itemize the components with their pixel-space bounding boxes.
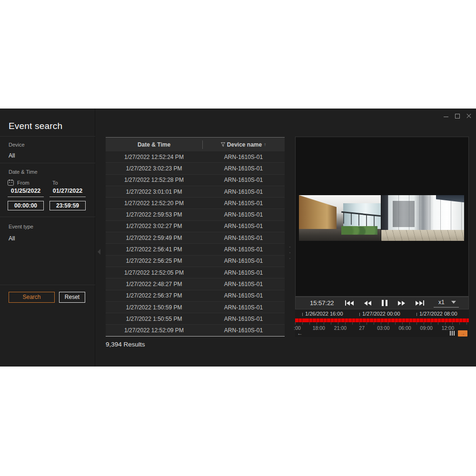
page-title: Event search [9,121,62,131]
current-time: 15:57:22 [310,299,342,307]
table-row[interactable]: 1/27/2022 2:59:49 PM ARN-1610S-01 [106,232,285,244]
reset-button[interactable]: Reset [59,292,85,303]
cell-device: ARN-1610S-01 [202,258,285,264]
table-row[interactable]: 1/27/2022 2:48:27 PM ARN-1610S-01 [106,278,285,290]
cell-datetime: 1/27/2022 3:02:27 PM [106,223,202,229]
column-header-device[interactable]: Device name ↑ [202,141,285,148]
table-row[interactable]: 1/27/2022 12:52:28 PM ARN-1610S-01 [106,175,285,186]
camera-grid [299,195,465,241]
table-row[interactable]: 1/27/2022 12:52:20 PM ARN-1610S-01 [106,198,285,209]
minimize-icon[interactable] [443,113,449,119]
table-row[interactable]: 1/27/2022 3:02:27 PM ARN-1610S-01 [106,221,285,232]
table-header: Date & Time Device name ↑ [106,137,285,151]
cell-device: ARN-1610S-01 [202,246,285,253]
cell-device: ARN-1610S-01 [202,269,285,276]
from-time-field[interactable]: 00:00:00 [8,201,44,210]
event-type-value[interactable]: All [9,235,15,242]
filter-funnel-icon[interactable] [221,142,225,147]
cell-datetime: 1/27/2022 2:56:41 PM [106,246,202,253]
maximize-icon[interactable] [454,113,461,119]
column-divider [202,140,203,149]
playback-panel: 15:57:22 x1 1/26/2022 16:00 [295,137,469,337]
timeline-recording-bar[interactable] [295,318,469,322]
timeline-date-label: 1/26/2022 16:00 [302,311,343,317]
table-row[interactable]: 1/27/2022 1:50:55 PM ARN-1610S-01 [106,313,285,325]
speed-selector[interactable]: x1 [434,299,459,307]
from-label: From [17,180,30,186]
table-row[interactable]: 1/27/2022 12:52:05 PM ARN-1610S-01 [106,267,285,278]
event-type-label: Event type [9,224,33,229]
table-row[interactable]: 1/27/2022 12:52:24 PM ARN-1610S-01 [106,151,285,163]
table-row[interactable]: 1/27/2022 1:50:59 PM ARN-1610S-01 [106,302,285,313]
sidebar-collapse-handle[interactable] [97,248,101,256]
timeline-footer: ← → [295,329,469,337]
cell-device: ARN-1610S-01 [202,211,285,218]
filter-actions: Search Reset [9,292,85,303]
rewind-icon[interactable] [364,300,371,307]
playback-controls: 15:57:22 x1 [295,297,469,309]
page: Event search Device All Date & Time From… [0,0,476,476]
column-header-device-label: Device name [227,141,262,148]
table-row[interactable]: 1/27/2022 3:02:23 PM ARN-1610S-01 [106,163,285,174]
cell-datetime: 1/27/2022 1:50:55 PM [106,316,202,322]
playback-buttons [345,300,424,307]
divider [0,163,95,163]
from-date-field[interactable]: 01/25/2022 [8,188,44,197]
cell-datetime: 1/27/2022 2:59:49 PM [106,235,202,241]
timeline-date-row: 1/26/2022 16:00 1/27/2022 00:00 1/27/202… [295,309,469,318]
table-row[interactable]: 1/27/2022 2:56:41 PM ARN-1610S-01 [106,244,285,255]
datetime-label: Date & Time [9,169,38,175]
results-table: Date & Time Device name ↑ 1/27/2022 12:5… [106,137,285,337]
camera-feed-storefront[interactable] [381,195,464,241]
fast-forward-icon[interactable] [398,300,405,307]
to-time-field[interactable]: 23:59:59 [50,201,86,210]
cell-datetime: 1/27/2022 2:48:27 PM [106,281,202,288]
filter-sidebar: Event search Device All Date & Time From… [0,109,95,367]
result-count: 9,394 Results [106,341,145,348]
cell-device: ARN-1610S-01 [202,281,285,288]
timeline-date-label: 1/27/2022 08:00 [416,311,457,317]
results-table-body: 1/27/2022 12:52:24 PM ARN-1610S-01 1/27/… [106,151,285,337]
scroll-left-icon[interactable]: ← [297,330,303,337]
timeline-tick [302,313,303,316]
device-value[interactable]: All [9,152,15,159]
column-header-datetime[interactable]: Date & Time [106,141,202,148]
cell-device: ARN-1610S-01 [202,165,285,172]
timeline-date-label: 1/27/2022 00:00 [359,311,400,317]
table-row[interactable]: 1/27/2022 12:52:09 PM ARN-1610S-01 [106,325,285,336]
cell-datetime: 1/27/2022 12:52:05 PM [106,269,202,276]
to-date-field[interactable]: 01/27/2022 [50,188,86,197]
cell-datetime: 1/27/2022 12:52:20 PM [106,200,202,207]
cell-device: ARN-1610S-01 [202,177,285,183]
video-display [295,137,469,297]
table-row[interactable]: 1/27/2022 2:56:37 PM ARN-1610S-01 [106,290,285,302]
pause-icon[interactable] [382,300,387,307]
panel-drag-handle[interactable] [289,247,291,259]
jump-backward-icon[interactable] [345,300,354,307]
cell-device: ARN-1610S-01 [202,304,285,311]
window-controls [443,113,472,119]
event-search-window: Event search Device All Date & Time From… [0,109,476,367]
device-label: Device [9,142,25,148]
search-button[interactable]: Search [9,292,55,303]
cell-datetime: 1/27/2022 2:59:53 PM [106,211,202,218]
sort-ascending-icon: ↑ [264,142,266,147]
timeline-options-icon[interactable] [450,331,455,336]
table-row[interactable]: 1/27/2022 2:56:25 PM ARN-1610S-01 [106,256,285,267]
cell-datetime: 1/27/2022 12:52:09 PM [106,327,202,334]
calendar-icon[interactable] [8,179,14,186]
cell-device: ARN-1610S-01 [202,327,285,334]
jump-forward-icon[interactable] [416,300,424,307]
cell-datetime: 1/27/2022 12:52:24 PM [106,154,202,160]
close-icon[interactable] [466,113,472,119]
chevron-down-icon [451,301,456,304]
table-row[interactable]: 1/27/2022 2:59:53 PM ARN-1610S-01 [106,209,285,220]
cell-datetime: 1/27/2022 3:02:23 PM [106,165,202,172]
table-row[interactable]: 1/27/2022 3:01:01 PM ARN-1610S-01 [106,186,285,198]
camera-feed-hallway[interactable] [299,195,381,241]
to-label: To [52,180,58,186]
divider [0,136,95,137]
cell-datetime: 1/27/2022 2:56:25 PM [106,258,202,264]
cell-device: ARN-1610S-01 [202,188,285,195]
scroll-right-button[interactable]: → [458,330,467,337]
